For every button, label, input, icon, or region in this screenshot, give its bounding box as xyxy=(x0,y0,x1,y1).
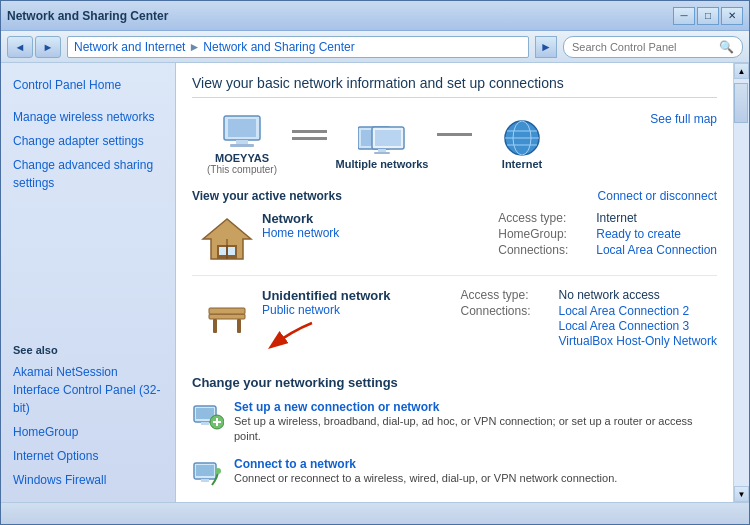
new-connection-icon xyxy=(192,400,224,432)
diagram-internet-node: Internet xyxy=(472,118,572,170)
search-icon: 🔍 xyxy=(719,40,734,54)
connect-network-title[interactable]: Connect to a network xyxy=(234,457,617,471)
svg-rect-18 xyxy=(228,247,235,255)
sidebar-item-windows-firewall[interactable]: Windows Firewall xyxy=(1,468,175,492)
unidentified-access-type-row: Access type: No network access xyxy=(461,288,718,302)
home-homegroup-link[interactable]: Ready to create xyxy=(596,227,681,241)
connection-link-vbox[interactable]: VirtualBox Host-Only Network xyxy=(559,334,718,348)
unidentified-network-details: Access type: No network access Connectio… xyxy=(461,288,718,351)
content-pane: View your basic network information and … xyxy=(176,63,733,502)
see-also-title: See also xyxy=(1,332,175,360)
active-networks-header: View your active networks Connect or dis… xyxy=(192,189,717,203)
svg-rect-22 xyxy=(237,319,241,333)
maximize-button[interactable]: □ xyxy=(697,7,719,25)
svg-rect-7 xyxy=(375,130,401,146)
sidebar-item-manage-wireless[interactable]: Manage wireless networks xyxy=(1,105,175,129)
home-connections-link[interactable]: Local Area Connection xyxy=(596,243,717,257)
sidebar: Control Panel Home Manage wireless netwo… xyxy=(1,63,176,502)
home-connections-label: Connections: xyxy=(498,243,588,257)
homegroup-text: Choose homegroup and sharing options xyxy=(234,501,465,502)
diagram-multiple-networks-label: Multiple networks xyxy=(336,158,429,170)
address-separator: ► xyxy=(188,40,200,54)
status-bar xyxy=(1,502,749,524)
connection-link-2[interactable]: Local Area Connection 2 xyxy=(559,304,718,318)
back-button[interactable]: ◄ xyxy=(7,36,33,58)
home-network-details: Access type: Internet HomeGroup: Ready t… xyxy=(498,211,717,263)
home-network-type[interactable]: Home network xyxy=(262,226,478,240)
forward-button[interactable]: ► xyxy=(35,36,61,58)
unidentified-network-icon-area xyxy=(192,288,262,351)
scrollbar[interactable]: ▲ ▼ xyxy=(733,63,749,502)
sidebar-item-internet-options[interactable]: Internet Options xyxy=(1,444,175,468)
network-diagram: See full map MOEYYAS (This com xyxy=(192,112,717,175)
window-controls: ─ □ ✕ xyxy=(673,7,743,25)
home-network-info: Network Home network xyxy=(262,211,478,263)
unidentified-connections-row: Connections: Local Area Connection 2 Loc… xyxy=(461,304,718,348)
home-network-name: Network xyxy=(262,211,478,226)
minimize-button[interactable]: ─ xyxy=(673,7,695,25)
new-connection-title[interactable]: Set up a new connection or network xyxy=(234,400,717,414)
home-access-type-row: Access type: Internet xyxy=(498,211,717,225)
sidebar-item-akamai[interactable]: Akamai NetSession Interface Control Pane… xyxy=(1,360,175,420)
diagram-internet-label: Internet xyxy=(502,158,542,170)
connection-link-3[interactable]: Local Area Connection 3 xyxy=(559,319,718,333)
active-networks-title: View your active networks xyxy=(192,189,342,203)
nav-buttons: ◄ ► xyxy=(7,36,61,58)
search-box: 🔍 xyxy=(563,36,743,58)
main-window: Network and Sharing Center ─ □ ✕ ◄ ► Net… xyxy=(0,0,750,525)
home-connections-row: Connections: Local Area Connection xyxy=(498,243,717,257)
unidentified-network-icon xyxy=(201,292,253,340)
window-title: Network and Sharing Center xyxy=(7,9,673,23)
sidebar-item-change-adapter[interactable]: Change adapter settings xyxy=(1,129,175,153)
homegroup-title[interactable]: Choose homegroup and sharing options xyxy=(234,501,465,502)
diagram-computer-node: MOEYYAS (This computer) xyxy=(192,112,292,175)
home-network-icon-area xyxy=(192,211,262,263)
new-connection-text: Set up a new connection or network Set u… xyxy=(234,400,717,445)
home-access-type-value: Internet xyxy=(596,211,637,225)
connect-network-item: Connect to a network Connect or reconnec… xyxy=(192,457,717,489)
content-header: View your basic network information and … xyxy=(192,75,717,98)
diagram-computer-label: MOEYYAS xyxy=(215,152,269,164)
see-full-map-link[interactable]: See full map xyxy=(650,112,717,126)
unidentified-access-type-label: Access type: xyxy=(461,288,551,302)
svg-rect-26 xyxy=(201,422,209,425)
svg-rect-23 xyxy=(209,308,245,314)
svg-rect-2 xyxy=(236,140,248,144)
connect-network-desc: Connect or reconnect to a wireless, wire… xyxy=(234,471,617,486)
homegroup-icon xyxy=(192,501,224,502)
connect-network-icon xyxy=(192,457,224,489)
home-network-card: Network Home network Access type: Intern… xyxy=(192,211,717,276)
scroll-thumb[interactable] xyxy=(734,83,748,123)
scroll-track[interactable] xyxy=(734,79,749,486)
main-area: Control Panel Home Manage wireless netwo… xyxy=(1,63,749,502)
internet-icon xyxy=(498,118,546,158)
unidentified-network-type[interactable]: Public network xyxy=(262,303,441,317)
settings-section: Change your networking settings xyxy=(192,375,717,502)
sidebar-item-homegroup[interactable]: HomeGroup xyxy=(1,420,175,444)
address-go-button[interactable]: ► xyxy=(535,36,557,58)
address-part2[interactable]: Network and Sharing Center xyxy=(203,40,354,54)
homegroup-item: Choose homegroup and sharing options xyxy=(192,501,717,502)
svg-point-33 xyxy=(215,468,221,474)
search-input[interactable] xyxy=(572,41,715,53)
unidentified-network-info: Unidentified network Public network xyxy=(262,288,441,351)
sidebar-item-control-panel-home[interactable]: Control Panel Home xyxy=(1,73,175,97)
home-network-icon xyxy=(201,215,253,263)
home-homegroup-row: HomeGroup: Ready to create xyxy=(498,227,717,241)
scroll-up-button[interactable]: ▲ xyxy=(734,63,749,79)
unidentified-connections-links: Local Area Connection 2 Local Area Conne… xyxy=(559,304,718,348)
connect-disconnect-link[interactable]: Connect or disconnect xyxy=(598,189,717,203)
close-button[interactable]: ✕ xyxy=(721,7,743,25)
svg-rect-32 xyxy=(201,479,209,482)
svg-rect-8 xyxy=(378,149,386,152)
address-part1[interactable]: Network and Internet xyxy=(74,40,185,54)
new-connection-desc: Set up a wireless, broadband, dial-up, a… xyxy=(234,414,717,445)
svg-rect-1 xyxy=(228,119,256,137)
scroll-down-button[interactable]: ▼ xyxy=(734,486,749,502)
unidentified-network-name: Unidentified network xyxy=(262,288,441,303)
sidebar-item-change-advanced[interactable]: Change advanced sharing settings xyxy=(1,153,175,195)
computer-icon xyxy=(218,112,266,152)
annotation-arrow xyxy=(262,321,322,351)
settings-title: Change your networking settings xyxy=(192,375,717,390)
home-access-type-label: Access type: xyxy=(498,211,588,225)
